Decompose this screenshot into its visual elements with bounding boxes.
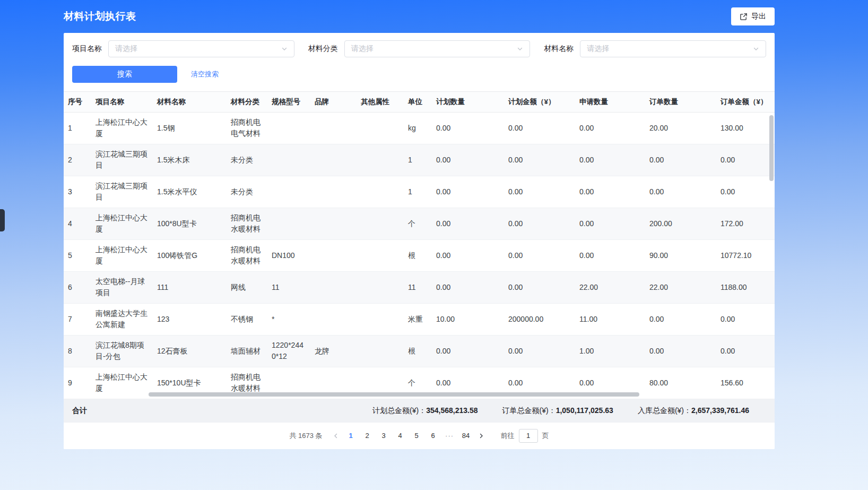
filter-row: 项目名称 请选择 材料分类 请选择 [72,40,766,57]
table-cell: 招商机电水暖材料 [227,208,267,239]
table-cell: 1.5钢 [153,112,227,144]
table-cell: 11 [267,271,310,303]
table-cell: 11.00 [575,303,645,335]
page-number[interactable]: 2 [359,428,376,443]
table-cell: 200.00 [645,208,716,239]
search-button[interactable]: 搜索 [72,66,177,83]
column-header: 项目名称 [91,92,153,112]
page-number[interactable]: 84 [458,428,474,443]
table-cell: 80.00 [645,367,716,399]
table-cell: 滨江花城三期项目 [91,144,153,176]
materials-table: 序号项目名称材料名称材料分类规格型号品牌其他属性单位计划数量计划金额（¥）申请数… [64,92,775,399]
main-content: 材料计划执行表 导出 项目名称 请选择 [64,0,775,449]
table-cell [357,144,404,176]
table-row[interactable]: 7南钢盛达大学生公寓新建123不锈钢*米重10.00200000.0011.00… [64,303,775,335]
table-cell: 4 [64,208,91,239]
pagination: 共 1673 条 123456···84 前往 页 [64,423,775,449]
page-number[interactable]: 6 [425,428,441,443]
table-cell: 11 [404,271,432,303]
table-row[interactable]: 5上海松江中心大厦100铸铁管G招商机电水暖材料DN100根0.000.000.… [64,239,775,271]
table-cell: 10772.10 [716,239,775,271]
table-row[interactable]: 6太空电梯--月球项目111网线11110.000.0022.0022.0011… [64,271,775,303]
table-cell: 0.00 [645,176,716,208]
table-cell: DN100 [267,239,310,271]
total-count: 共 1673 条 [289,431,322,441]
table-cell: 招商机电电气材料 [227,112,267,144]
summary-row: 合计 计划总金额(¥)：354,568,213.58 订单总金额(¥)：1,05… [64,399,775,423]
table-cell: 90.00 [645,239,716,271]
column-header: 规格型号 [267,92,310,112]
clear-search-link[interactable]: 清空搜索 [191,70,219,79]
material-name-label: 材料名称 [544,44,574,54]
material-name-select[interactable]: 请选择 [580,40,766,57]
page-number[interactable]: 1 [343,428,359,443]
table-cell: 南钢盛达大学生公寓新建 [91,303,153,335]
table-cell: 0.00 [504,208,575,239]
column-header: 品牌 [310,92,357,112]
chevron-left-icon [333,433,339,439]
table-cell: 12石膏板 [153,335,227,367]
export-label: 导出 [751,12,766,21]
table-cell: 上海松江中心大厦 [91,367,153,399]
table-cell: 2 [64,144,91,176]
table-cell: 未分类 [227,176,267,208]
table-cell: 8 [64,335,91,367]
table-cell: 0.00 [432,239,504,271]
page-number[interactable]: 5 [409,428,425,443]
table-cell: 0.00 [645,303,716,335]
column-header: 单位 [404,92,432,112]
goto-page-input[interactable] [519,429,538,443]
next-page-button[interactable] [474,429,488,443]
table-cell: 上海松江中心大厦 [91,112,153,144]
summary-totals: 计划总金额(¥)：354,568,213.58 订单总金额(¥)：1,050,1… [372,406,766,416]
table-cell: 0.00 [504,144,575,176]
filter-field-material-name: 材料名称 请选择 [544,40,766,57]
table-cell [357,271,404,303]
sidebar-toggle[interactable] [0,209,5,231]
table-cell [267,176,310,208]
column-header: 计划金额（¥） [504,92,575,112]
page-number[interactable]: 4 [392,428,409,443]
table-cell: 1220*2440*12 [267,335,310,367]
table-cell: 6 [64,271,91,303]
table-cell: 0.00 [504,176,575,208]
material-category-select[interactable]: 请选择 [344,40,531,57]
table-cell: 墙面辅材 [227,335,267,367]
order-total-label: 订单总金额(¥)： [502,406,556,415]
project-name-select[interactable]: 请选择 [108,40,294,57]
table-cell: 太空电梯--月球项目 [91,271,153,303]
content-card: 项目名称 请选择 材料分类 请选择 [64,33,775,449]
table-cell: 22.00 [645,271,716,303]
prev-page-button[interactable] [329,429,343,443]
material-category-placeholder: 请选择 [351,44,374,54]
table-row[interactable]: 1上海松江中心大厦1.5钢招商机电电气材料kg0.000.000.0020.00… [64,112,775,144]
table-cell: 0.00 [716,144,775,176]
table-cell: 0.00 [716,176,775,208]
column-header: 计划数量 [432,92,504,112]
vertical-scrollbar-thumb[interactable] [769,115,774,181]
table-cell: 根 [404,335,432,367]
table-cell: 未分类 [227,144,267,176]
project-name-label: 项目名称 [72,44,102,54]
table-cell [310,239,357,271]
table-cell [267,144,310,176]
summary-total-label: 合计 [72,406,87,416]
table-cell: 个 [404,208,432,239]
table-row[interactable]: 4上海松江中心大厦100*8U型卡招商机电水暖材料个0.000.000.0020… [64,208,775,239]
table-row[interactable]: 3滨江花城三期项目1.5米水平仪未分类10.000.000.000.000.00 [64,176,775,208]
table-cell: 0.00 [432,335,504,367]
table-row[interactable]: 2滨江花城三期项目1.5米木床未分类10.000.000.000.000.00 [64,144,775,176]
table-cell: 0.00 [504,112,575,144]
table-row[interactable]: 8滨江花城8期项目-分包12石膏板墙面辅材1220*2440*12龙牌根0.00… [64,335,775,367]
export-button[interactable]: 导出 [731,7,775,25]
order-total-value: 1,050,117,025.63 [556,406,613,415]
table-cell: 3 [64,176,91,208]
table-cell: 上海松江中心大厦 [91,239,153,271]
table-cell: 20.00 [645,112,716,144]
page-number[interactable]: 3 [376,428,392,443]
horizontal-scrollbar-thumb[interactable] [149,392,639,397]
table-cell: 0.00 [432,208,504,239]
table-cell: kg [404,112,432,144]
table-cell: 1 [404,176,432,208]
page-title: 材料计划执行表 [64,10,136,23]
